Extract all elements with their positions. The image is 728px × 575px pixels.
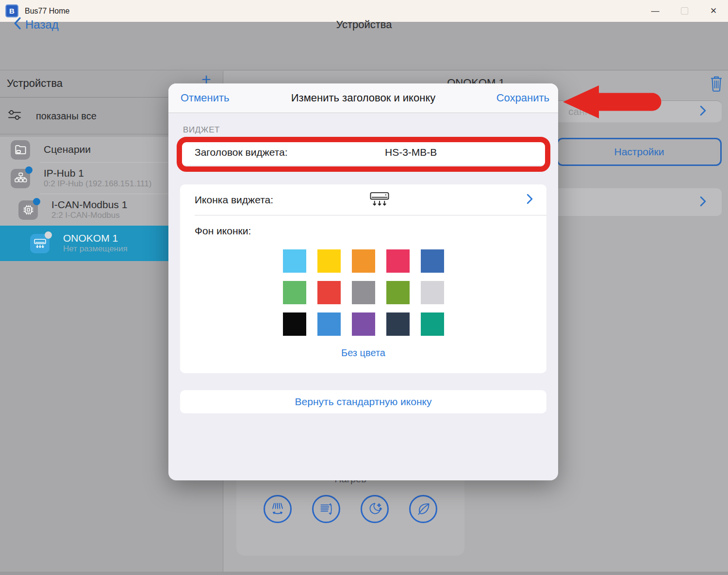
device-subtitle: 2:2 I-CAN-Modbus <box>51 211 127 220</box>
bottom-strip <box>0 572 728 575</box>
color-swatch-grid <box>283 249 444 336</box>
maximize-icon <box>681 7 688 15</box>
color-swatch[interactable] <box>352 281 375 304</box>
device-label: ONOKOM 1 <box>63 232 128 244</box>
widget-icon-label: Иконка виджета: <box>195 194 273 206</box>
ac-unit-icon <box>369 191 390 210</box>
eco-mode-icon[interactable] <box>409 495 437 523</box>
delete-device-button[interactable] <box>709 75 724 95</box>
chevron-right-icon <box>700 196 706 209</box>
chip-icon <box>18 200 38 220</box>
swing-vertical-icon[interactable] <box>312 495 340 523</box>
section-label: ВИДЖЕТ <box>183 125 558 135</box>
device-label: IP-Hub 1 <box>44 167 151 179</box>
settings-button[interactable]: Настройки <box>557 138 722 166</box>
network-hub-icon <box>11 169 30 188</box>
color-swatch[interactable] <box>421 312 444 336</box>
color-swatch[interactable] <box>283 281 306 304</box>
chevron-right-icon <box>700 105 706 118</box>
color-swatch[interactable] <box>421 249 444 273</box>
color-swatch[interactable] <box>386 249 410 273</box>
device-label: Сценарии <box>44 144 91 155</box>
color-swatch[interactable] <box>421 281 444 304</box>
status-badge <box>45 231 52 239</box>
color-swatch[interactable] <box>317 249 341 273</box>
highlight-rectangle-annotation <box>177 137 550 172</box>
mode-buttons <box>236 495 464 523</box>
icon-bg-label: Фон иконки: <box>180 215 546 237</box>
cancel-button[interactable]: Отменить <box>181 92 230 104</box>
night-mode-icon[interactable] <box>361 495 389 523</box>
window-title: Bus77 Home <box>25 7 70 16</box>
app-window: B Bus77 Home — ✕ Назад Устройства Устрой… <box>0 0 728 575</box>
status-badge <box>25 166 33 174</box>
filter-sliders-icon <box>7 107 22 125</box>
device-subtitle: Нет размещения <box>63 244 128 254</box>
save-button[interactable]: Сохранить <box>496 92 549 104</box>
ac-unit-icon <box>30 234 50 253</box>
dialog-header: Отменить Изменить заголовок и иконку Сох… <box>168 83 558 113</box>
color-swatch[interactable] <box>283 312 306 336</box>
page-title: Устройства <box>0 18 728 31</box>
arrow-annotation <box>562 84 663 122</box>
color-swatch[interactable] <box>317 281 341 304</box>
device-subtitle: 0:2 IP-Hub (192.168.151.111) <box>44 179 151 189</box>
device-label: I-CAN-Modbus 1 <box>51 199 127 211</box>
status-badge <box>33 198 40 205</box>
app-icon: B <box>5 4 18 17</box>
color-swatch[interactable] <box>317 312 341 336</box>
chevron-right-icon <box>527 194 533 206</box>
color-swatch[interactable] <box>352 249 375 273</box>
color-swatch[interactable] <box>386 281 410 304</box>
icon-settings-card: Иконка виджета: Фон иконки: <box>180 184 546 373</box>
filter-label: показаны все <box>36 111 97 122</box>
color-swatch[interactable] <box>386 312 410 336</box>
swing-horizontal-icon[interactable] <box>264 495 292 523</box>
widget-icon-row[interactable]: Иконка виджета: <box>180 184 546 215</box>
color-swatch[interactable] <box>352 312 375 336</box>
sidebar-title: Устройства <box>7 77 63 90</box>
color-swatch[interactable] <box>283 249 306 273</box>
folder-icon <box>11 140 30 160</box>
no-color-button[interactable]: Без цвета <box>180 347 546 359</box>
reset-icon-button[interactable]: Вернуть стандартную иконку <box>180 390 546 413</box>
